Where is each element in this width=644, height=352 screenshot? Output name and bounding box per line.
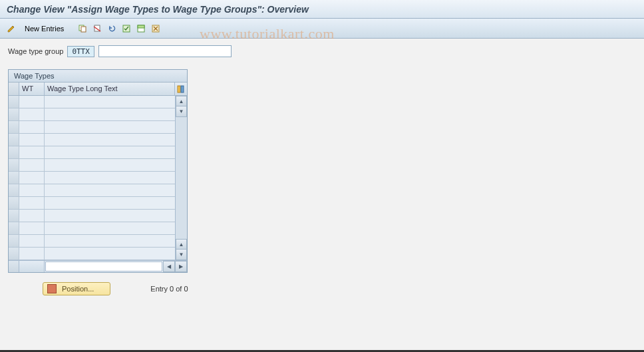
table-row[interactable] <box>9 235 175 248</box>
cell-wt[interactable] <box>19 248 45 260</box>
cell-long-text[interactable] <box>45 146 175 159</box>
row-selector[interactable] <box>9 108 19 121</box>
cell-wt[interactable] <box>19 134 45 146</box>
new-entries-button[interactable]: New Entries <box>20 23 69 35</box>
svg-rect-10 <box>178 86 180 92</box>
row-selector[interactable] <box>9 96 19 108</box>
table-header: WT Wage Type Long Text <box>9 83 187 96</box>
column-header-long-text[interactable]: Wage Type Long Text <box>45 83 175 95</box>
table-settings-icon[interactable] <box>175 83 187 95</box>
cell-long-text[interactable] <box>45 134 175 146</box>
table-row[interactable] <box>9 121 175 134</box>
row-selector[interactable] <box>9 146 19 159</box>
cell-long-text[interactable] <box>45 108 175 121</box>
cell-long-text[interactable] <box>45 159 175 172</box>
cell-wt[interactable] <box>19 184 45 197</box>
svg-rect-6 <box>138 25 144 28</box>
row-selector[interactable] <box>9 172 19 184</box>
cell-wt[interactable] <box>19 197 45 210</box>
content-area: Wage type group 0TTX Wage Types WT Wage … <box>0 39 644 302</box>
cell-long-text[interactable] <box>45 197 175 210</box>
table-row[interactable] <box>9 96 175 108</box>
position-label: Position... <box>62 285 94 293</box>
scroll-left-icon[interactable]: ◀ <box>163 261 175 272</box>
table-row[interactable] <box>9 134 175 146</box>
scroll-down-icon[interactable]: ▼ <box>176 250 187 260</box>
svg-rect-11 <box>181 86 184 92</box>
bottom-controls: Position... Entry 0 of 0 <box>8 282 636 295</box>
table-row[interactable] <box>9 146 175 159</box>
table-footer: ◀ ▶ <box>9 260 187 272</box>
scroll-up-icon[interactable]: ▲ <box>176 96 187 106</box>
cell-long-text[interactable] <box>45 184 175 197</box>
row-selector[interactable] <box>9 159 19 172</box>
scroll-track[interactable] <box>176 117 187 239</box>
footer-wt-spacer <box>19 261 45 272</box>
toolbar: New Entries <box>0 19 644 39</box>
footer-selector <box>9 261 19 272</box>
scroll-right-icon[interactable]: ▶ <box>175 261 187 272</box>
cell-wt[interactable] <box>19 210 45 222</box>
table-row[interactable] <box>9 210 175 222</box>
row-selector[interactable] <box>9 134 19 146</box>
row-selector[interactable] <box>9 121 19 134</box>
position-button[interactable]: Position... <box>43 282 110 295</box>
cell-wt[interactable] <box>19 146 45 159</box>
undo-icon[interactable] <box>106 23 118 35</box>
cell-long-text[interactable] <box>45 235 175 248</box>
column-header-wt[interactable]: WT <box>19 83 45 95</box>
row-selector[interactable] <box>9 210 19 222</box>
cell-wt[interactable] <box>19 121 45 134</box>
select-block-icon[interactable] <box>135 23 147 35</box>
table-title: Wage Types <box>9 70 187 83</box>
scroll-down-small-icon[interactable]: ▼ <box>176 106 187 117</box>
cell-wt[interactable] <box>19 222 45 235</box>
wage-type-group-desc-input[interactable] <box>98 45 232 57</box>
row-selector[interactable] <box>9 248 19 260</box>
copy-icon[interactable] <box>77 23 88 35</box>
entry-count-text: Entry 0 of 0 <box>150 285 188 293</box>
table-header-selector[interactable] <box>9 83 19 95</box>
cell-wt[interactable] <box>19 96 45 108</box>
cell-wt[interactable] <box>19 172 45 184</box>
title-bar: Change View "Assign Wage Types to Wage T… <box>0 0 644 19</box>
cell-wt[interactable] <box>19 235 45 248</box>
wage-type-group-label: Wage type group <box>8 47 63 55</box>
row-selector[interactable] <box>9 184 19 197</box>
deselect-all-icon[interactable] <box>150 23 162 35</box>
table-row[interactable] <box>9 184 175 197</box>
table-row[interactable] <box>9 248 175 260</box>
wage-type-group-row: Wage type group 0TTX <box>8 45 636 57</box>
vertical-scrollbar[interactable]: ▲ ▼ ▲ ▼ <box>175 96 187 260</box>
cell-long-text[interactable] <box>45 248 175 260</box>
select-all-icon[interactable] <box>120 23 132 35</box>
svg-rect-1 <box>81 27 86 32</box>
table-body: ▲ ▼ ▲ ▼ <box>9 96 187 260</box>
cell-long-text[interactable] <box>45 222 175 235</box>
table-row[interactable] <box>9 197 175 210</box>
table-row[interactable] <box>9 172 175 184</box>
row-selector[interactable] <box>9 235 19 248</box>
table-row[interactable] <box>9 159 175 172</box>
horizontal-scroll-track[interactable] <box>45 262 162 271</box>
cell-long-text[interactable] <box>45 121 175 134</box>
wage-type-group-value: 0TTX <box>67 46 94 57</box>
cell-long-text[interactable] <box>45 96 175 108</box>
wage-types-table: Wage Types WT Wage Type Long Text <box>8 69 188 273</box>
row-selector[interactable] <box>9 222 19 235</box>
row-selector[interactable] <box>9 197 19 210</box>
cell-wt[interactable] <box>19 159 45 172</box>
page-title: Change View "Assign Wage Types to Wage T… <box>7 4 309 15</box>
table-row[interactable] <box>9 108 175 121</box>
delete-icon[interactable] <box>91 23 103 35</box>
cell-wt[interactable] <box>19 108 45 121</box>
cell-long-text[interactable] <box>45 210 175 222</box>
new-entries-label: New Entries <box>25 25 64 33</box>
toggle-change-icon[interactable] <box>5 23 17 35</box>
scroll-up-small-icon[interactable]: ▲ <box>176 239 187 250</box>
cell-long-text[interactable] <box>45 172 175 184</box>
table-row[interactable] <box>9 222 175 235</box>
position-icon <box>47 284 57 293</box>
